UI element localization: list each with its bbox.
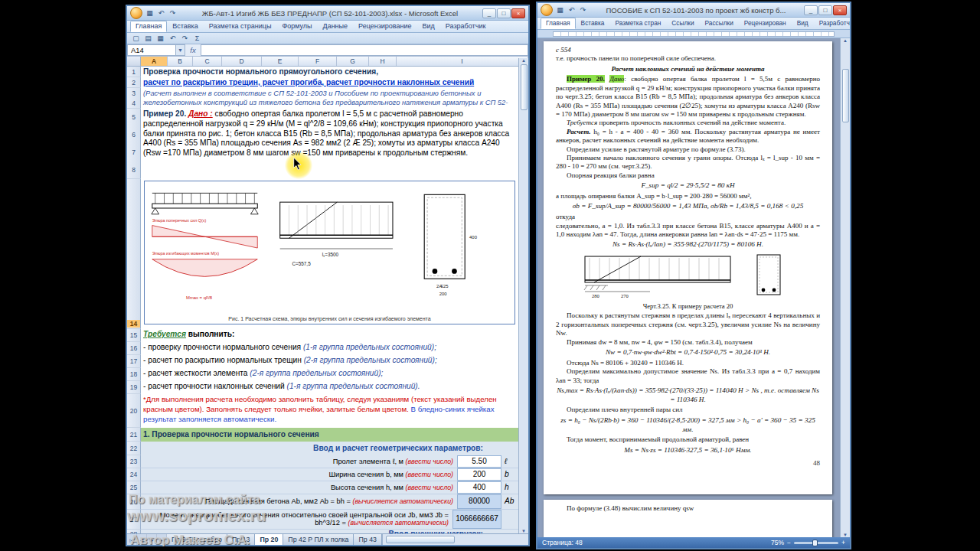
tab-razrabotchik[interactable]: Разработчик (814, 18, 850, 29)
tab-formuly[interactable]: Формулы (276, 21, 317, 32)
undo-icon[interactable]: ↶ (156, 8, 166, 18)
row-number[interactable]: 21 (130, 431, 137, 439)
cell-item-3[interactable]: - расчет жесткости элемента (2-я группа … (141, 368, 518, 381)
cell-note[interactable]: (Расчет выполнен в соответствие с СП 52-… (141, 88, 518, 109)
sheet-tab-pr43[interactable]: Пр 43 (354, 534, 381, 545)
row-number[interactable]: 24 (130, 471, 137, 478)
page-indicator[interactable]: Страница: 48 (542, 539, 583, 546)
horizontal-ruler[interactable] (537, 30, 850, 38)
row-number[interactable]: 20 (130, 407, 137, 415)
word-page-48[interactable]: с 554 т.е. прочность панели по поперечно… (544, 41, 832, 494)
name-box[interactable]: A14 (127, 44, 176, 56)
sheet-tab-pr20[interactable]: Пр 20 (255, 534, 283, 545)
select-all-corner[interactable] (127, 57, 141, 66)
figure-1-cell[interactable]: Эпюра поперечных сил Q(x) Эпюра изгибающ… (144, 181, 515, 324)
cell-warning[interactable]: *Для выполнения расчета необходимо запол… (141, 394, 518, 428)
restore-button[interactable]: □ (497, 8, 511, 18)
zoom-slider[interactable] (794, 542, 838, 544)
tab-rassylki[interactable]: Рассылки (700, 18, 739, 29)
row-number[interactable]: 25 (130, 484, 137, 491)
excel-vertical-scrollbar[interactable]: ▲ ▼ (518, 58, 528, 533)
word-vertical-scrollbar[interactable]: ▲ ▼ (840, 38, 850, 537)
close-button[interactable]: × (511, 8, 525, 18)
zoom-in-icon[interactable]: + (841, 539, 845, 546)
sheet-tab-pr42[interactable]: Пр 42 Р ПЛ х полка (283, 534, 354, 545)
col-B[interactable]: B (168, 57, 193, 66)
open-icon[interactable]: ▤ (143, 34, 153, 44)
col-H[interactable]: H (369, 57, 397, 66)
row-number[interactable]: 19 (130, 383, 137, 391)
col-C[interactable]: C (193, 57, 222, 66)
cell-heading-2[interactable]: расчет по раскрытию трещин, расчет проги… (141, 77, 518, 88)
tab-dannye[interactable]: Данные (318, 21, 354, 32)
scrollbar-thumb[interactable] (386, 536, 455, 543)
word-document-canvas[interactable]: с 554 т.е. прочность панели по поперечно… (537, 38, 840, 537)
tab-glavnaya[interactable]: Главная (130, 21, 167, 32)
excel-grid[interactable]: 1 Проверка прочности нормального прямоуг… (127, 67, 518, 535)
namebox-dropdown-icon[interactable]: ▼ (176, 44, 185, 56)
row-number[interactable]: 5 (132, 113, 136, 121)
tab-vid[interactable]: Вид (417, 21, 440, 32)
zoom-slider-knob[interactable] (812, 540, 818, 546)
row-number-14[interactable]: 14 (127, 320, 140, 328)
col-F[interactable]: F (299, 57, 337, 66)
section-1-header[interactable]: 1. Проверка прочности нормального сечени… (141, 428, 518, 442)
row-number[interactable]: 23 (130, 458, 137, 465)
minimize-button[interactable]: _ (804, 5, 818, 15)
save-icon[interactable]: ▦ (145, 8, 155, 18)
zoom-level[interactable]: 75% (771, 539, 784, 546)
tab-recenzirovanie[interactable]: Рецензирован (739, 18, 792, 29)
autosum-icon[interactable]: Σ (192, 34, 202, 44)
tab-razmetka[interactable]: Разметка страницы (204, 21, 277, 32)
geometry-header[interactable]: Ввод и расчет геометрических параметров: (141, 442, 518, 455)
tab-glavnaya[interactable]: Главная (541, 18, 576, 29)
word-titlebar[interactable]: ▦ ↶ ↷ ПОСОБИЕ к СП 52-101-2003 по проект… (537, 3, 850, 18)
cell-requires[interactable]: Требуется выполнить: (141, 329, 518, 342)
col-I[interactable]: I (397, 57, 528, 66)
row-number[interactable]: 6 (132, 131, 136, 139)
area-result-cell[interactable]: 80000 (457, 494, 501, 509)
excel-horizontal-scrollbar[interactable] (382, 534, 528, 545)
tab-ssylki[interactable]: Ссылки (666, 18, 699, 29)
tab-recenzirovanie[interactable]: Рецензирование (353, 21, 417, 32)
undo-icon[interactable]: ↶ (168, 34, 178, 44)
tab-vid[interactable]: Вид (792, 18, 814, 29)
span-input-cell[interactable]: 5.50 (457, 455, 501, 468)
col-D[interactable]: D (222, 57, 262, 66)
formula-input[interactable] (201, 44, 528, 56)
cell-example-text[interactable]: Пример 20. Дано : свободно опертая балка… (141, 109, 518, 179)
row-number[interactable]: 22 (130, 445, 137, 452)
col-G[interactable]: G (337, 57, 369, 66)
width-input-cell[interactable]: 200 (457, 468, 501, 481)
col-A[interactable]: A (141, 57, 168, 66)
restore-button[interactable]: □ (818, 5, 832, 15)
row-number[interactable]: 3 (132, 90, 136, 97)
scrollbar-thumb[interactable] (521, 64, 528, 110)
fx-icon[interactable]: fx (185, 44, 201, 56)
row-number[interactable]: 2 (132, 79, 136, 86)
minimize-button[interactable]: _ (482, 8, 496, 18)
cell-item-4[interactable]: - расчет прочности наклонных сечений (1-… (141, 381, 518, 394)
tab-vstavka[interactable]: Вставка (167, 21, 203, 32)
office-button[interactable] (130, 7, 142, 19)
new-icon[interactable]: ▢ (131, 34, 141, 44)
tab-vstavka[interactable]: Вставка (576, 18, 610, 29)
col-E[interactable]: E (262, 57, 299, 66)
save-icon[interactable]: ▦ (555, 5, 565, 15)
scroll-up-icon[interactable]: ▲ (843, 38, 848, 43)
row-number[interactable]: 4 (132, 99, 136, 107)
row-number[interactable]: 15 (130, 331, 137, 339)
redo-icon[interactable]: ↷ (180, 34, 190, 44)
row-number[interactable]: 16 (130, 344, 137, 352)
excel-titlebar[interactable]: ▦ ↶ ↷ ЖБ-Авт-1 Изгиб ЖБ БЕЗ ПРЕДНАПР (СП… (127, 6, 528, 21)
office-button[interactable] (541, 4, 553, 16)
zoom-out-icon[interactable]: − (787, 539, 791, 546)
redo-icon[interactable]: ↷ (168, 8, 178, 18)
inertia-result-cell[interactable]: 1066666667 (452, 510, 501, 529)
row-number[interactable]: 1 (132, 68, 136, 76)
row-number[interactable]: 18 (130, 370, 137, 378)
redo-icon[interactable]: ↷ (578, 5, 588, 15)
cell-item-1[interactable]: - проверку прочности нормального сечения… (141, 342, 518, 355)
cell-item-2[interactable]: - расчет по раскрытию нормальных трещин … (141, 355, 518, 368)
tab-razmetka[interactable]: Разметка стран (609, 18, 666, 29)
